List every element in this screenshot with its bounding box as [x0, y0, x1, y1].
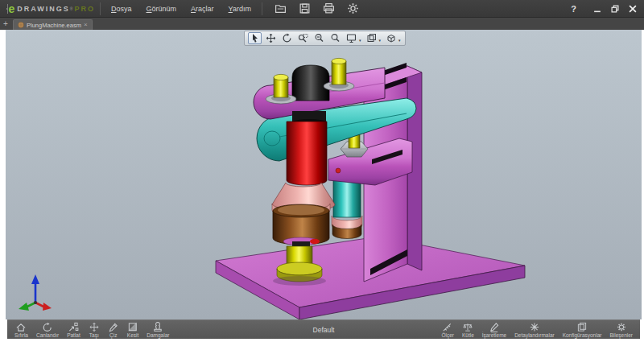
menu-file[interactable]: Dosya	[105, 2, 138, 15]
menu-tools[interactable]: Araçlar	[185, 2, 220, 15]
save-icon	[299, 2, 311, 14]
view-toolbar: ▾ ▾ ▾	[244, 31, 406, 46]
markup-pen-icon	[489, 322, 500, 332]
bottom-right-group: Ölçer Kütle İşaretleme	[437, 321, 637, 338]
bottom-toolbar: Sıfırla Canlandır Patlat	[7, 319, 640, 339]
save-button[interactable]	[298, 2, 312, 16]
view-settings-dropdown[interactable]: ▾	[379, 38, 382, 43]
menu-bar: Dosya Görünüm Araçlar Yardım	[105, 2, 257, 15]
menu-help[interactable]: Yardım	[223, 2, 257, 15]
model-ram-red	[287, 122, 327, 185]
mass-button[interactable]: Kütle	[458, 321, 478, 338]
print-button[interactable]	[322, 2, 336, 16]
stamps-button[interactable]: Damgalar	[142, 321, 173, 338]
bottom-left-group: Sıfırla Canlandır Patlat	[10, 321, 173, 338]
zoom-area-tool[interactable]	[296, 32, 310, 44]
section-button[interactable]: Kesit	[123, 321, 142, 338]
logo-name: DRAWINGS	[17, 5, 70, 13]
tab-close-icon[interactable]: ×	[84, 22, 88, 28]
select-arrow-icon	[250, 33, 260, 43]
zoom-in-tool[interactable]	[328, 32, 342, 44]
logo-registered-mark: ®	[70, 6, 73, 11]
annotations-icon	[529, 322, 540, 332]
draw-button[interactable]: Çiz	[104, 321, 123, 338]
explode-button[interactable]: Patlat	[63, 321, 85, 338]
tab-bar: + PlungMachine.easm ×	[0, 18, 644, 30]
document-icon	[18, 22, 24, 28]
settings-button[interactable]	[346, 2, 361, 16]
orientation-dropdown[interactable]: ▾	[398, 38, 401, 43]
reset-button[interactable]: Sıfırla	[10, 321, 32, 338]
quick-toolbar	[274, 2, 361, 16]
fit-window-dropdown[interactable]: ▾	[359, 38, 361, 43]
close-button[interactable]	[627, 4, 638, 14]
orientation-cube-icon	[386, 33, 396, 43]
logo-edition: PRO	[74, 5, 95, 13]
measure-button[interactable]: Ölçer	[437, 321, 458, 338]
orientation-triad	[19, 274, 52, 311]
annotations-button[interactable]: Detaylandırmalar	[510, 321, 559, 338]
configuration-label[interactable]: Default	[313, 326, 335, 334]
open-icon	[275, 2, 287, 14]
edrawings-window: e DRAWINGS ® PRO Dosya Görünüm Araçlar Y…	[0, 0, 644, 342]
cad-model-punch-machine[interactable]	[6, 30, 642, 319]
model-cap-cylinder[interactable]	[292, 65, 329, 101]
pan-icon	[266, 33, 276, 43]
move-button[interactable]: Taşı	[85, 321, 104, 338]
bottom-margin	[0, 339, 644, 342]
select-tool[interactable]	[248, 32, 262, 44]
zoom-out-icon	[314, 33, 324, 43]
draw-pencil-icon	[108, 322, 119, 332]
components-button[interactable]: Bileşenler	[605, 321, 637, 338]
mass-scale-icon	[462, 322, 473, 332]
viewport-row: ▾ ▾ ▾	[0, 30, 644, 319]
markup-button[interactable]: İşaretleme	[478, 321, 510, 338]
fit-window-icon	[346, 33, 357, 43]
measure-icon	[442, 322, 453, 332]
animate-icon	[42, 322, 53, 332]
orientation-tool[interactable]	[384, 32, 398, 44]
zoom-out-tool[interactable]	[312, 32, 326, 44]
components-gear-icon	[616, 322, 627, 332]
pan-tool[interactable]	[264, 32, 278, 44]
edrawings-logo: e DRAWINGS ® PRO	[0, 0, 95, 17]
zoom-area-icon	[298, 33, 308, 43]
document-tab[interactable]: PlungMachine.easm ×	[13, 19, 93, 30]
tab-filename: PlungMachine.easm	[27, 22, 81, 29]
help-button[interactable]: ?	[571, 4, 576, 14]
title-bar: e DRAWINGS ® PRO Dosya Görünüm Araçlar Y…	[0, 0, 644, 18]
view-settings-icon	[366, 33, 377, 43]
restore-icon	[611, 5, 619, 13]
window-controls: ?	[571, 4, 644, 14]
titlebar-separator	[100, 2, 101, 15]
rotate-tool[interactable]	[280, 32, 294, 44]
view-settings-tool[interactable]	[365, 32, 378, 44]
close-icon	[629, 5, 637, 13]
configurations-button[interactable]: Konfigürasyonlar	[559, 321, 606, 338]
settings-gear-icon	[347, 2, 359, 14]
configurations-icon	[576, 322, 588, 332]
bottom-bar-row: Sıfırla Canlandır Patlat	[0, 319, 644, 339]
3d-viewport[interactable]: ▾ ▾ ▾	[6, 30, 642, 319]
menu-view[interactable]: Görünüm	[141, 2, 183, 15]
move-icon	[89, 322, 100, 332]
new-tab-button[interactable]: +	[2, 20, 10, 28]
section-icon	[127, 322, 138, 332]
restore-button[interactable]	[609, 4, 620, 14]
minimize-icon	[593, 5, 601, 13]
fit-window-tool[interactable]	[345, 32, 358, 44]
logo-e: e	[9, 3, 15, 14]
minimize-button[interactable]	[592, 4, 602, 14]
rotate-icon	[282, 33, 292, 43]
zoom-in-icon	[330, 33, 341, 43]
print-icon	[323, 2, 335, 14]
stamps-icon	[152, 322, 163, 332]
titlebar-separator-2	[262, 2, 262, 15]
home-icon	[15, 322, 27, 332]
open-button[interactable]	[274, 2, 288, 16]
explode-icon	[68, 322, 79, 332]
animate-button[interactable]: Canlandır	[32, 321, 63, 338]
